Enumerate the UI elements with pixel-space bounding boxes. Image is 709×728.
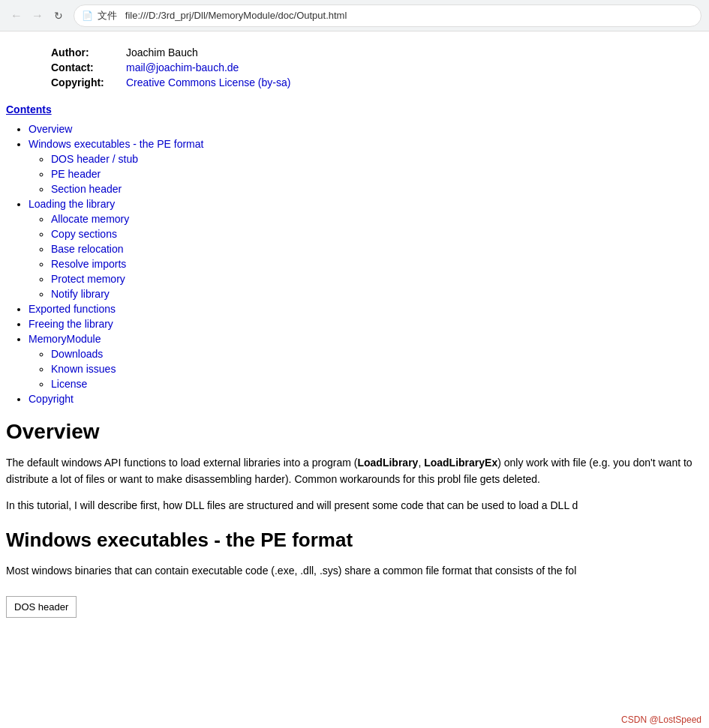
list-item: Downloads — [51, 348, 694, 360]
contact-label: Contact: — [51, 61, 126, 73]
contents-section: Contents Overview Windows executables - … — [6, 103, 694, 405]
list-item: Windows executables - the PE format DOS … — [29, 138, 694, 195]
pe-format-body1: Most windows binaries that can contain e… — [6, 562, 694, 579]
list-item: Copy sections — [51, 228, 694, 240]
exported-functions-link[interactable]: Exported functions — [29, 303, 116, 315]
copy-sections-link[interactable]: Copy sections — [51, 228, 117, 240]
overview-heading: Overview — [6, 420, 694, 444]
pe-header-link[interactable]: PE header — [51, 168, 101, 180]
overview-body1: The default windows API functions to loa… — [6, 454, 694, 488]
meta-section: Author: Joachim Bauch Contact: mail@joac… — [51, 46, 694, 88]
list-item: PE header — [51, 168, 694, 180]
loadlibrary-highlight: LoadLibrary — [357, 457, 418, 469]
dos-header-table: DOS header — [6, 596, 77, 618]
allocate-link[interactable]: Allocate memory — [51, 213, 129, 225]
list-item: DOS header / stub — [51, 153, 694, 165]
protect-memory-link[interactable]: Protect memory — [51, 273, 125, 285]
contact-row: Contact: mail@joachim-bauch.de — [51, 61, 694, 73]
dos-header-link[interactable]: DOS header / stub — [51, 153, 138, 165]
overview-link[interactable]: Overview — [29, 123, 72, 135]
notify-library-link[interactable]: Notify library — [51, 288, 110, 300]
overview-section: Overview The default windows API functio… — [6, 420, 694, 514]
author-row: Author: Joachim Bauch — [51, 46, 694, 58]
author-value: Joachim Bauch — [126, 46, 198, 58]
list-item: Allocate memory — [51, 213, 694, 225]
list-item: Known issues — [51, 363, 694, 375]
base-relocation-link[interactable]: Base relocation — [51, 243, 124, 255]
browser-chrome: ← → ↻ 📄 文件 file:///D:/3rd_prj/Dll/Memory… — [0, 0, 709, 31]
list-item: Section header — [51, 183, 694, 195]
copyright-value: Creative Commons License (by-sa) — [126, 76, 290, 88]
url-value: file:///D:/3rd_prj/Dll/MemoryModule/doc/… — [125, 10, 347, 21]
list-item: Base relocation — [51, 243, 694, 255]
memory-module-link[interactable]: MemoryModule — [29, 333, 101, 345]
known-issues-link[interactable]: Known issues — [51, 363, 116, 375]
list-item: Resolve imports — [51, 258, 694, 270]
address-text: 文件 file:///D:/3rd_prj/Dll/MemoryModule/d… — [98, 9, 693, 22]
url-label: 文件 — [98, 10, 117, 21]
memory-module-sublist: Downloads Known issues License — [29, 348, 694, 390]
license-link[interactable]: License — [51, 378, 87, 390]
copyright-row: Copyright: Creative Commons License (by-… — [51, 76, 694, 88]
list-item: Copyright — [29, 393, 694, 405]
loading-sublist: Allocate memory Copy sections Base reloc… — [29, 213, 694, 300]
list-item: Protect memory — [51, 273, 694, 285]
pe-format-heading: Windows executables - the PE format — [6, 529, 694, 552]
author-label: Author: — [51, 46, 126, 58]
contact-link[interactable]: mail@joachim-bauch.de — [126, 61, 239, 73]
copyright-toc-link[interactable]: Copyright — [29, 393, 74, 405]
file-icon: 📄 — [82, 10, 93, 21]
dos-header-table-label: DOS header — [14, 601, 68, 613]
resolve-imports-link[interactable]: Resolve imports — [51, 258, 126, 270]
loadlibraryex-highlight: LoadLibraryEx — [424, 457, 497, 469]
list-item: Overview — [29, 123, 694, 135]
overview-body2: In this tutorial, I will describe first,… — [6, 497, 694, 514]
list-item: Notify library — [51, 288, 694, 300]
list-item: Exported functions — [29, 303, 694, 315]
contact-value: mail@joachim-bauch.de — [126, 61, 239, 73]
list-item: Loading the library Allocate memory Copy… — [29, 198, 694, 300]
pe-format-link[interactable]: Windows executables - the PE format — [29, 138, 203, 150]
downloads-link[interactable]: Downloads — [51, 348, 103, 360]
freeing-link[interactable]: Freeing the library — [29, 318, 113, 330]
list-item: License — [51, 378, 694, 390]
pe-format-sublist: DOS header / stub PE header Section head… — [29, 153, 694, 195]
contents-title[interactable]: Contents — [6, 103, 694, 115]
copyright-link[interactable]: Creative Commons License (by-sa) — [126, 76, 290, 88]
loading-link[interactable]: Loading the library — [29, 198, 115, 210]
page-content: Author: Joachim Bauch Contact: mail@joac… — [0, 31, 709, 633]
back-button[interactable]: ← — [8, 7, 26, 25]
reload-button[interactable]: ↻ — [50, 7, 68, 25]
forward-button[interactable]: → — [29, 7, 47, 25]
section-header-link[interactable]: Section header — [51, 183, 122, 195]
copyright-label: Copyright: — [51, 76, 126, 88]
contents-list: Overview Windows executables - the PE fo… — [6, 123, 694, 405]
nav-buttons: ← → ↻ — [8, 7, 68, 25]
address-bar[interactable]: 📄 文件 file:///D:/3rd_prj/Dll/MemoryModule… — [74, 4, 701, 27]
list-item: MemoryModule Downloads Known issues Lice… — [29, 333, 694, 390]
pe-format-section: Windows executables - the PE format Most… — [6, 529, 694, 617]
list-item: Freeing the library — [29, 318, 694, 330]
